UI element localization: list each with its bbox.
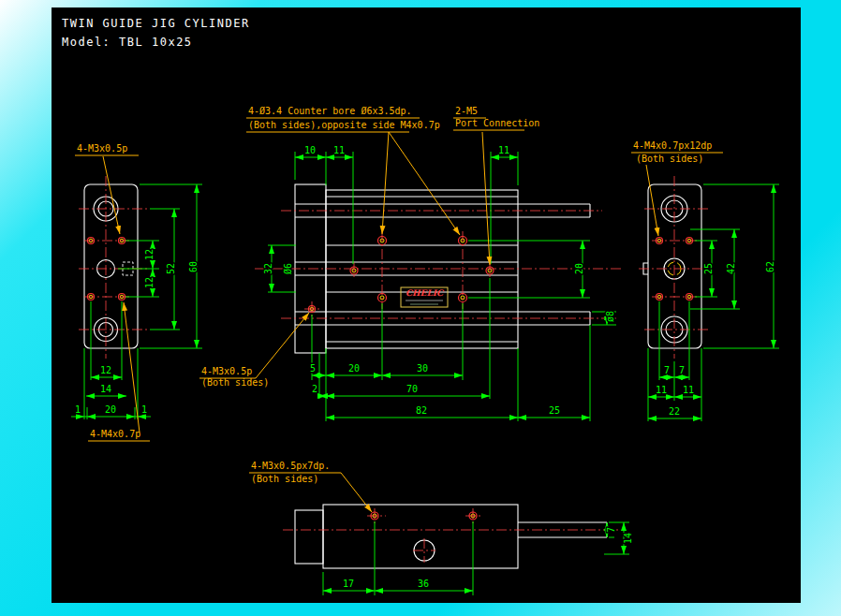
dim-right-height62: 62: [765, 261, 775, 272]
dim-front-port-r: 11: [498, 145, 509, 155]
dim-top-rod7: 7: [606, 527, 616, 533]
drawing-title: TWIN GUIDE JIG CYLINDER: [62, 17, 250, 30]
dim-left-hole-span: 12: [100, 365, 111, 375]
label-right-plate-2: (Both sides): [636, 154, 703, 164]
dim-front-span70: 70: [406, 384, 418, 394]
label-top-view-1: 4-M3x0.5px7dp.: [251, 461, 330, 471]
drawing-canvas: [52, 7, 801, 603]
drawing-model: Model: TBL 10x25: [62, 36, 193, 49]
dim-right-width22: 22: [669, 406, 680, 417]
label-right-plate-1: 4-M4x0.7px12dp: [633, 140, 712, 151]
dim-left-width: 20: [105, 404, 116, 415]
dim-right-l11: 11: [656, 385, 667, 395]
label-body-side-1: 4-M3x0.5p: [201, 366, 252, 376]
dim-left-edge-r: 1: [141, 404, 147, 415]
label-port-1: 2-M5: [455, 106, 478, 116]
dim-left-edge-l: 1: [75, 404, 81, 415]
dim-front-rod-dia: Ø6: [283, 263, 293, 274]
cad-drawing: TWIN GUIDE JIG CYLINDER Model: TBL 10x25: [0, 0, 841, 616]
dim-front-cap: 10: [304, 145, 316, 155]
dim-front-body82: 82: [416, 405, 427, 416]
dim-front-pitch20: 20: [348, 363, 360, 374]
label-counterbore-1: 4-Ø3.4 Counter bore Ø6x3.5dp.: [248, 106, 412, 116]
dim-front-off5: 5: [310, 363, 316, 374]
dim-left-gap-top: 12: [144, 249, 155, 260]
dim-left-height: 60: [188, 261, 199, 272]
dim-left-mid-width: 14: [100, 384, 111, 394]
dim-top-w14: 14: [623, 533, 633, 544]
dim-right-r7: 7: [679, 365, 685, 375]
label-left-plate-top: 4-M3x0.5p: [77, 143, 127, 154]
dim-right-l7: 7: [664, 365, 670, 375]
label-counterbore-2: (Both sides),opposite side M4x0.7p: [248, 120, 440, 130]
label-port-2: Port Connection: [455, 118, 539, 128]
label-top-view-2: (Both sides): [251, 474, 318, 484]
dim-front-hole-gap: 20: [574, 263, 584, 274]
dim-left-gap-bottom: 12: [144, 277, 155, 288]
dim-right-span25: 25: [703, 263, 714, 274]
dim-right-span42: 42: [726, 263, 736, 274]
label-body-side-2: (Both sides): [201, 377, 269, 388]
dim-front-bore: 32: [263, 263, 273, 274]
brand-logo: CHELIC: [406, 288, 445, 298]
dim-right-r11: 11: [683, 385, 694, 395]
dim-front-port-l: 11: [333, 145, 345, 155]
dim-front-pitch30: 30: [417, 363, 428, 374]
dim-top-pitch36: 36: [418, 579, 429, 589]
dim-top-first17: 17: [343, 579, 354, 589]
dim-front-guide-dia: ø8: [605, 311, 615, 322]
crt-screen: TWIN GUIDE JIG CYLINDER Model: TBL 10x25: [0, 0, 841, 616]
label-left-plate-bottom: 4-M4x0.7p: [90, 429, 140, 439]
dim-left-guide-span: 52: [166, 263, 176, 274]
dim-front-off2: 2: [312, 384, 317, 394]
dim-front-stroke25: 25: [549, 405, 560, 416]
